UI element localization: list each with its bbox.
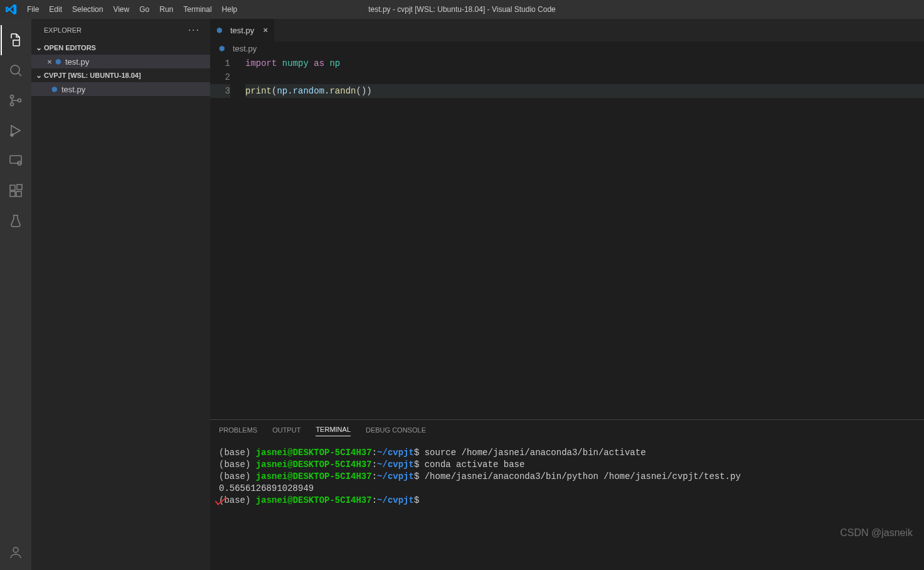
svg-point-3 [18, 99, 21, 102]
svg-point-2 [11, 103, 14, 106]
tab-bar: ⬢ test.py × [210, 19, 924, 41]
activity-bar [0, 19, 31, 570]
run-debug-icon[interactable] [1, 116, 31, 146]
python-file-icon: ⬢ [219, 45, 225, 53]
python-file-icon: ⬢ [51, 85, 58, 94]
file-label: test.py [61, 85, 85, 94]
tab-label: test.py [230, 26, 254, 35]
terminal-output-value: 0.5656126891028949 [219, 483, 915, 495]
python-file-icon: ⬢ [216, 26, 223, 35]
svg-point-1 [11, 95, 14, 99]
remote-explorer-icon[interactable] [1, 146, 31, 176]
sidebar-title: EXPLORER [44, 26, 82, 34]
code-editor[interactable]: 1 2 3 import numpy as np print(np.random… [210, 55, 924, 419]
window-title: test.py - cvpjt [WSL: Ubuntu-18.04] - Vi… [368, 5, 556, 14]
menu-go[interactable]: Go [134, 0, 154, 19]
code-content[interactable]: import numpy as np print(np.random.randn… [245, 56, 924, 419]
svg-rect-5 [10, 156, 21, 163]
menu-edit[interactable]: Edit [44, 0, 67, 19]
workspace-file-item[interactable]: ⬢ test.py [31, 82, 210, 96]
search-icon[interactable] [1, 55, 31, 85]
chevron-down-icon: ⌄ [34, 71, 44, 80]
close-icon[interactable]: × [263, 25, 268, 35]
svg-rect-8 [10, 191, 15, 196]
menu-bar: File Edit Selection View Go Run Terminal… [22, 0, 242, 19]
title-bar: File Edit Selection View Go Run Terminal… [0, 0, 924, 19]
menu-run[interactable]: Run [154, 0, 178, 19]
source-control-icon[interactable] [1, 85, 31, 116]
extensions-icon[interactable] [1, 176, 31, 206]
chevron-down-icon: ⌄ [34, 43, 44, 52]
panel-tab-debug-console[interactable]: DEBUG CONSOLE [366, 426, 426, 436]
terminal[interactable]: (base) jasnei@DESKTOP-5CI4H37:~/cvpjt$ s… [210, 442, 924, 570]
panel-tab-output[interactable]: OUTPUT [272, 426, 300, 436]
watermark: CSDN @jasneik [840, 527, 913, 539]
sidebar: EXPLORER ··· ⌄ OPEN EDITORS × ⬢ test.py … [31, 19, 210, 570]
file-label: test.py [65, 57, 89, 67]
accounts-icon[interactable] [1, 537, 31, 567]
svg-point-11 [13, 547, 18, 552]
breadcrumb-file: test.py [233, 44, 257, 53]
panel: PROBLEMS OUTPUT TERMINAL DEBUG CONSOLE (… [210, 419, 924, 570]
workspace-header[interactable]: ⌄ CVPJT [WSL: UBUNTU-18.04] [31, 68, 210, 82]
menu-view[interactable]: View [108, 0, 134, 19]
testing-icon[interactable] [1, 206, 31, 236]
editor-tab[interactable]: ⬢ test.py × [210, 19, 275, 41]
breadcrumb[interactable]: ⬢ test.py [210, 41, 924, 55]
panel-tab-problems[interactable]: PROBLEMS [219, 426, 257, 436]
close-icon[interactable]: × [44, 57, 55, 67]
python-file-icon: ⬢ [55, 58, 61, 66]
menu-selection[interactable]: Selection [67, 0, 108, 19]
sidebar-more-icon[interactable]: ··· [188, 24, 200, 36]
menu-terminal[interactable]: Terminal [178, 0, 216, 19]
open-editor-item[interactable]: × ⬢ test.py [31, 55, 210, 68]
menu-help[interactable]: Help [217, 0, 243, 19]
open-editors-header[interactable]: ⌄ OPEN EDITORS [31, 41, 210, 55]
line-numbers: 1 2 3 [210, 56, 245, 419]
vscode-logo-icon [0, 4, 22, 15]
svg-point-0 [11, 65, 19, 74]
panel-tabs: PROBLEMS OUTPUT TERMINAL DEBUG CONSOLE [210, 420, 924, 442]
explorer-icon[interactable] [1, 25, 31, 55]
panel-tab-terminal[interactable]: TERMINAL [316, 426, 351, 436]
menu-file[interactable]: File [22, 0, 44, 19]
sidebar-header: EXPLORER ··· [31, 19, 210, 41]
svg-rect-7 [10, 185, 15, 190]
svg-rect-9 [16, 191, 21, 196]
svg-rect-10 [17, 185, 22, 190]
editor-area: ⬢ test.py × ⬢ test.py 1 2 3 import numpy… [210, 19, 924, 570]
